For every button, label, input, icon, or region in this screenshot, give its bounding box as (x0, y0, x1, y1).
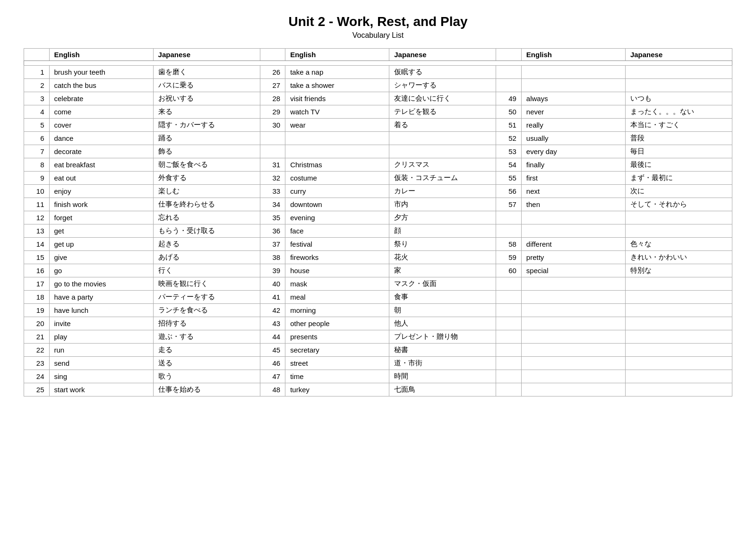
cell-num: 15 (24, 251, 50, 264)
cell-japanese: パーティーをする (153, 291, 260, 304)
cell-english: take a nap (285, 66, 389, 79)
cell-num: 41 (260, 291, 285, 304)
cell-english: run (49, 344, 153, 357)
cell-japanese: 市内 (389, 198, 496, 211)
table-row: 16go行く39house家60special特別な (24, 264, 732, 277)
cell-japanese: 忘れる (153, 211, 260, 224)
table-row: 25start work仕事を始める48turkey七面鳥 (24, 383, 732, 396)
cell-japanese: 次に (625, 185, 732, 198)
cell-num: 2 (24, 79, 50, 92)
cell-num: 47 (260, 370, 285, 383)
header-english-3: English (521, 49, 625, 61)
cell-english: pretty (521, 251, 625, 264)
cell-english: forget (49, 211, 153, 224)
table-row: 13getもらう・受け取る36face顔 (24, 224, 732, 238)
cell-japanese: マスク・仮面 (389, 277, 496, 291)
cell-num: 24 (24, 370, 50, 383)
cell-english: usually (521, 132, 625, 145)
cell-japanese: もらう・受け取る (153, 224, 260, 238)
cell-english: other people (285, 317, 389, 330)
cell-japanese: 招待する (153, 317, 260, 330)
cell-num: 21 (24, 330, 50, 344)
cell-english: every day (521, 145, 625, 158)
cell-japanese: 時間 (389, 370, 496, 383)
cell-japanese: 仮眠する (389, 66, 496, 79)
cell-japanese: 七面鳥 (389, 383, 496, 396)
table-row: 11finish work仕事を終わらせる34downtown市内57thenそ… (24, 198, 732, 211)
cell-japanese: カレー (389, 185, 496, 198)
cell-japanese: いつも (625, 92, 732, 105)
cell-num: 8 (24, 158, 50, 172)
cell-japanese: 普段 (625, 132, 732, 145)
cell-num: 29 (260, 105, 285, 119)
vocab-table: English Japanese English Japanese Englis… (24, 48, 732, 396)
cell-num: 18 (24, 291, 50, 304)
cell-num: 38 (260, 251, 285, 264)
header-num-2 (260, 49, 285, 61)
cell-english: watch TV (285, 105, 389, 119)
table-row: 12forget忘れる35evening夕方 (24, 211, 732, 224)
cell-japanese: 歌う (153, 370, 260, 383)
cell-num (496, 317, 522, 330)
cell-english: take a shower (285, 79, 389, 92)
cell-english: fireworks (285, 251, 389, 264)
cell-num: 39 (260, 264, 285, 277)
cell-num: 16 (24, 264, 50, 277)
cell-japanese: プレゼント・贈り物 (389, 330, 496, 344)
cell-english: wear (285, 119, 389, 132)
cell-english: street (285, 357, 389, 370)
cell-english (521, 357, 625, 370)
cell-num: 6 (24, 132, 50, 145)
cell-english: brush your teeth (49, 66, 153, 79)
cell-japanese: 秘書 (389, 344, 496, 357)
cell-english: morning (285, 304, 389, 317)
header-english-1: English (49, 49, 153, 61)
cell-japanese: 特別な (625, 264, 732, 277)
cell-num: 5 (24, 119, 50, 132)
cell-english (521, 330, 625, 344)
cell-english (521, 224, 625, 238)
cell-japanese (625, 79, 732, 92)
cell-japanese: 夕方 (389, 211, 496, 224)
cell-japanese: 友達に会いに行く (389, 92, 496, 105)
cell-japanese: 朝ご飯を食べる (153, 158, 260, 172)
cell-num: 42 (260, 304, 285, 317)
cell-japanese: 外食する (153, 172, 260, 185)
cell-num: 58 (496, 238, 522, 251)
cell-english: time (285, 370, 389, 383)
cell-num: 33 (260, 185, 285, 198)
cell-num: 51 (496, 119, 522, 132)
cell-num (496, 344, 522, 357)
cell-num (496, 383, 522, 396)
cell-num: 7 (24, 145, 50, 158)
cell-num: 52 (496, 132, 522, 145)
cell-english (521, 291, 625, 304)
cell-japanese: 祭り (389, 238, 496, 251)
cell-num: 10 (24, 185, 50, 198)
cell-japanese: 行く (153, 264, 260, 277)
cell-english: festival (285, 238, 389, 251)
cell-japanese: 隠す・カバーする (153, 119, 260, 132)
cell-english (521, 211, 625, 224)
cell-english: special (521, 264, 625, 277)
cell-num (496, 66, 522, 79)
table-row: 22run走る45secretary秘書 (24, 344, 732, 357)
cell-japanese: 食事 (389, 291, 496, 304)
cell-num: 43 (260, 317, 285, 330)
cell-english: evening (285, 211, 389, 224)
cell-japanese (625, 211, 732, 224)
cell-english: different (521, 238, 625, 251)
cell-num (496, 304, 522, 317)
cell-english: sing (49, 370, 153, 383)
cell-english: visit friends (285, 92, 389, 105)
cell-english: invite (49, 317, 153, 330)
cell-japanese (625, 317, 732, 330)
header-num-1 (24, 49, 50, 61)
cell-num (260, 145, 285, 158)
cell-english: next (521, 185, 625, 198)
cell-english: have lunch (49, 304, 153, 317)
table-row: 5cover隠す・カバーする30wear着る51really本当に・すごく (24, 119, 732, 132)
cell-english: celebrate (49, 92, 153, 105)
cell-num: 23 (24, 357, 50, 370)
cell-english: house (285, 264, 389, 277)
